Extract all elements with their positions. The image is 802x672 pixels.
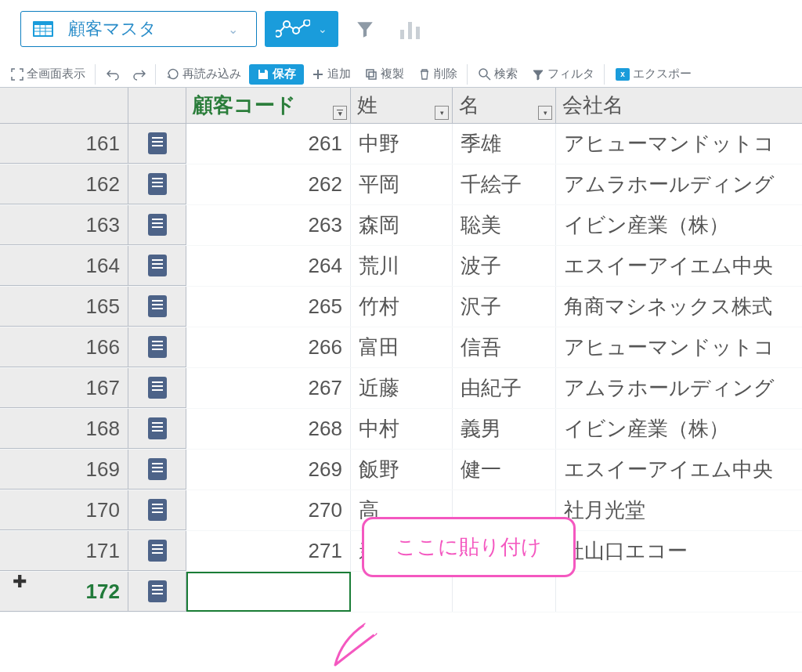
cell-sei[interactable]: 竹村: [351, 287, 453, 327]
cell-code[interactable]: 267: [186, 368, 351, 408]
row-number[interactable]: 164: [0, 246, 128, 286]
header-mei[interactable]: 名▾: [453, 88, 556, 123]
cell-company[interactable]: アムラホールディング: [556, 164, 802, 204]
row-doc-button[interactable]: [128, 490, 186, 530]
header-code[interactable]: 顧客コード: [186, 88, 351, 123]
row-doc-button[interactable]: [128, 368, 186, 408]
table-row[interactable]: 163263森岡聡美イビン産業（株）: [0, 205, 802, 246]
filter-button[interactable]: フィルタ: [526, 64, 605, 85]
row-number[interactable]: 171: [0, 531, 128, 571]
cell-company[interactable]: イビン産業（株）: [556, 409, 802, 449]
dropdown-icon[interactable]: ▾: [538, 106, 552, 120]
row-doc-button[interactable]: [128, 124, 186, 164]
row-doc-button[interactable]: [128, 246, 186, 286]
cell-code[interactable]: 265: [186, 287, 351, 327]
cell-company[interactable]: イビン産業（株）: [556, 205, 802, 245]
cell-company[interactable]: エスイーアイエム中央: [556, 450, 802, 490]
cell-company[interactable]: [556, 572, 802, 612]
undo-button[interactable]: [100, 64, 125, 85]
table-row[interactable]: 161261中野季雄アヒューマンドットコ: [0, 124, 802, 164]
cell-company[interactable]: アムラホールディング: [556, 368, 802, 408]
table-row[interactable]: 164264荒川波子エスイーアイエム中央: [0, 246, 802, 287]
row-doc-button[interactable]: [128, 531, 186, 571]
search-button[interactable]: 検索: [472, 64, 524, 85]
cell-company[interactable]: エスイーアイエム中央: [556, 246, 802, 286]
row-doc-button[interactable]: [128, 409, 186, 449]
cell-code[interactable]: 261: [186, 124, 351, 164]
table-row[interactable]: 168268中村義男イビン産業（株）: [0, 409, 802, 450]
cell-sei[interactable]: 中野: [351, 124, 453, 164]
cell-mei[interactable]: 聡美: [453, 205, 556, 245]
cell-code[interactable]: 262: [186, 164, 351, 204]
header-rownum[interactable]: [0, 88, 128, 123]
filter-icon-button[interactable]: [346, 11, 384, 47]
export-button[interactable]: xエクスポー: [609, 64, 698, 85]
cell-code[interactable]: 270: [186, 490, 351, 530]
cell-company[interactable]: アヒューマンドットコ: [556, 124, 802, 164]
add-row-icon[interactable]: ✚: [13, 572, 27, 592]
header-sei[interactable]: 姓▾: [351, 88, 453, 123]
save-button[interactable]: 保存: [249, 64, 304, 85]
cell-mei[interactable]: 健一: [453, 450, 556, 490]
cell-code[interactable]: 266: [186, 327, 351, 367]
row-doc-button[interactable]: [128, 572, 186, 612]
cell-company[interactable]: 社月光堂: [556, 490, 802, 530]
cell-mei[interactable]: [453, 572, 556, 612]
cell-sei[interactable]: 中村: [351, 409, 453, 449]
cell-mei[interactable]: 千絵子: [453, 164, 556, 204]
redo-button[interactable]: [127, 64, 156, 85]
row-number[interactable]: 169: [0, 450, 128, 490]
dropdown-icon[interactable]: ▾: [435, 106, 449, 120]
delete-button[interactable]: 削除: [412, 64, 468, 85]
chart-icon-button[interactable]: [392, 11, 429, 47]
table-row[interactable]: 165265竹村沢子角商マシネックス株式: [0, 287, 802, 327]
fullscreen-button[interactable]: 全画面表示: [5, 64, 96, 85]
row-number[interactable]: 165: [0, 287, 128, 327]
row-number[interactable]: 168: [0, 409, 128, 449]
table-row[interactable]: 166266富田信吾アヒューマンドットコ: [0, 327, 802, 368]
cell-sei[interactable]: 平岡: [351, 164, 453, 204]
cell-mei[interactable]: 信吾: [453, 327, 556, 367]
table-row[interactable]: 162262平岡千絵子アムラホールディング: [0, 164, 802, 205]
cell-code[interactable]: 268: [186, 409, 351, 449]
cell-sei[interactable]: 飯野: [351, 450, 453, 490]
row-number[interactable]: 166: [0, 327, 128, 367]
cell-code[interactable]: 269: [186, 450, 351, 490]
cell-mei[interactable]: 沢子: [453, 287, 556, 327]
cell-company[interactable]: アヒューマンドットコ: [556, 327, 802, 367]
row-doc-button[interactable]: [128, 327, 186, 367]
cell-code[interactable]: 264: [186, 246, 351, 286]
cell-sei[interactable]: 荒川: [351, 246, 453, 286]
cell-code-active[interactable]: [186, 572, 351, 612]
add-button[interactable]: 追加: [305, 64, 357, 85]
cell-sei[interactable]: 森岡: [351, 205, 453, 245]
cell-sei[interactable]: 近藤: [351, 368, 453, 408]
cell-sei[interactable]: 富田: [351, 327, 453, 367]
header-company[interactable]: 会社名: [556, 88, 802, 123]
table-row[interactable]: 167267近藤由紀子アムラホールディング: [0, 368, 802, 409]
duplicate-button[interactable]: 複製: [359, 64, 410, 85]
cell-company[interactable]: 社山口エコー: [556, 531, 802, 571]
cell-company[interactable]: 角商マシネックス株式: [556, 287, 802, 327]
cell-mei[interactable]: 由紀子: [453, 368, 556, 408]
row-doc-button[interactable]: [128, 205, 186, 245]
row-number[interactable]: 167: [0, 368, 128, 408]
header-doc[interactable]: [128, 88, 186, 123]
cell-code[interactable]: 271: [186, 531, 351, 571]
row-number[interactable]: 162: [0, 164, 128, 204]
table-selector[interactable]: 顧客マスタ ⌄: [20, 11, 257, 47]
cell-mei[interactable]: 義男: [453, 409, 556, 449]
cell-code[interactable]: 263: [186, 205, 351, 245]
row-number[interactable]: 161: [0, 124, 128, 164]
reload-button[interactable]: 再読み込み: [161, 64, 247, 85]
row-doc-button[interactable]: [128, 287, 186, 327]
sort-icon[interactable]: [333, 106, 347, 120]
row-doc-button[interactable]: [128, 164, 186, 204]
row-number[interactable]: 163: [0, 205, 128, 245]
new-row[interactable]: ✚172: [0, 572, 802, 612]
row-number[interactable]: 170: [0, 490, 128, 530]
table-row[interactable]: 169269飯野健一エスイーアイエム中央: [0, 450, 802, 490]
row-doc-button[interactable]: [128, 450, 186, 490]
cell-mei[interactable]: 波子: [453, 246, 556, 286]
cell-mei[interactable]: 季雄: [453, 124, 556, 164]
